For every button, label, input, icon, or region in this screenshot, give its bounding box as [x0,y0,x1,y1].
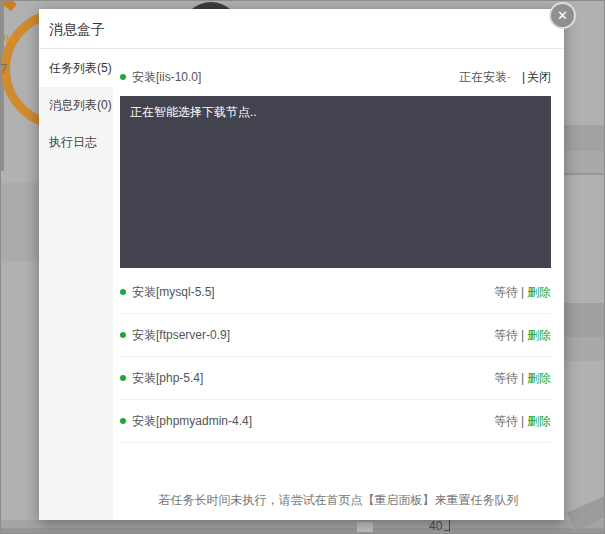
close-button[interactable]: ✕ [549,2,576,29]
task-status: 等待 [494,370,518,387]
task-row: 安装[mysql-5.5] 等待 | 删除 [120,271,551,314]
separator: | [521,414,524,428]
chart-axis-corner [444,519,450,531]
separator: | [521,371,524,385]
separator: | [522,70,525,84]
delete-task-link[interactable]: 删除 [527,413,551,430]
task-name: 安装[ftpserver-0.9] [132,327,230,344]
dashboard-bottom-strip [1,528,605,534]
delete-task-link[interactable]: 删除 [527,327,551,344]
task-row: 安装[php-5.4] 等待 | 删除 [120,357,551,400]
sidebar-item-message-list[interactable]: 消息列表(0) [39,87,113,124]
active-task-row: 安装[iis-10.0] 正在安装· | 关闭 [120,59,551,95]
task-status: 正在安装· [459,69,511,86]
task-status-dot-icon [120,332,126,338]
task-status: 等待 [494,327,518,344]
dashboard-band [564,337,605,361]
modal-header: 消息盒子 [39,9,564,49]
task-status-dot-icon [120,289,126,295]
task-row: 安装[ftpserver-0.9] 等待 | 删除 [120,314,551,357]
sidebar-item-task-list[interactable]: 任务列表(5) [39,50,113,87]
gauge-percent-label: % [4,32,16,47]
task-status: 等待 [494,284,518,301]
close-icon: ✕ [557,8,568,23]
task-name: 安装[mysql-5.5] [132,284,215,301]
task-status-dot-icon [120,74,126,80]
task-status: 等待 [494,413,518,430]
modal-sidebar: 任务列表(5) 消息列表(0) 执行日志 [39,50,113,520]
screenshot-root: % 7 40 消息盒子 任务列表(5) 消息列表(0) 执行日志 安装[iis [0,0,605,534]
separator: | [521,285,524,299]
task-name: 安装[iis-10.0] [132,69,201,86]
dashboard-band [564,125,605,151]
delete-task-link[interactable]: 删除 [527,284,551,301]
dashboard-divider [564,173,605,175]
message-box-modal: 消息盒子 任务列表(5) 消息列表(0) 执行日志 安装[iis-10.0] 正… [39,9,564,520]
dashboard-band [564,151,605,173]
task-name: 安装[php-5.4] [132,370,203,387]
separator: | [521,328,524,342]
dashboard-band [1,183,39,261]
task-status-dot-icon [120,418,126,424]
task-status-dot-icon [120,375,126,381]
modal-title: 消息盒子 [49,21,105,37]
task-name: 安装[phpmyadmin-4.4] [132,413,252,430]
console-log-line: 正在智能选择下载节点.. [130,105,257,119]
task-row: 安装[phpmyadmin-4.4] 等待 | 删除 [120,400,551,443]
delete-task-link[interactable]: 删除 [527,370,551,387]
close-task-link[interactable]: 关闭 [527,69,551,86]
chart-axis-tick-label: 40 [429,519,442,533]
install-console-output: 正在智能选择下载节点.. [120,96,551,268]
dashboard-chart-fragment [357,522,373,532]
sidebar-item-execution-log[interactable]: 执行日志 [39,124,113,161]
task-list-panel: 安装[iis-10.0] 正在安装· | 关闭 正在智能选择下载节点.. 安装[… [113,50,564,520]
task-queue-hint: 若任务长时间未执行，请尝试在首页点【重启面板】来重置任务队列 [113,492,564,509]
pending-task-list: 安装[mysql-5.5] 等待 | 删除 安装[ftpserver-0.9] … [113,271,564,443]
dashboard-band [564,303,605,337]
gauge-value-fragment: 7 [0,61,7,76]
